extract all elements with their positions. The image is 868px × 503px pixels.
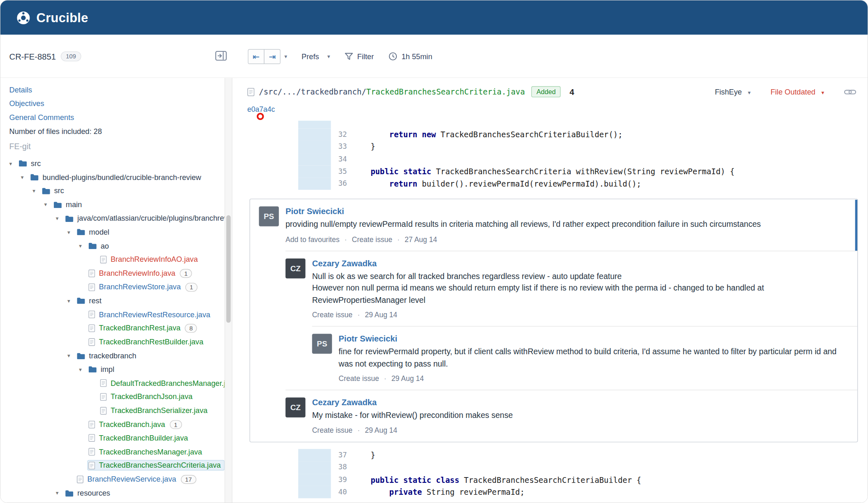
expand-caret-icon[interactable]: ▾: [67, 353, 76, 359]
click-indicator: [257, 113, 264, 120]
fisheye-dropdown[interactable]: FishEye ▾: [715, 88, 751, 96]
comment-body: Piotr Swiecickifine for reviewPermaId pr…: [338, 334, 848, 383]
comment-author[interactable]: Cezary Zawadka: [312, 398, 849, 407]
tree-file[interactable]: TrackedBranchRestBuilder.java: [9, 335, 225, 348]
expand-caret-icon[interactable]: ▾: [67, 229, 76, 235]
clock-icon: [388, 52, 397, 61]
avatar[interactable]: PS: [259, 207, 279, 227]
tree-item-label: model: [89, 228, 110, 236]
code-line: 38: [237, 461, 868, 474]
tree-folder[interactable]: ▾trackedbranch: [9, 349, 225, 362]
tree-row-body: BranchReviewStore.java1: [87, 281, 202, 293]
expand-caret-icon[interactable]: ▾: [32, 188, 41, 194]
tree-file[interactable]: BranchReviewService.java17: [9, 473, 225, 486]
tree-row-body: BranchReviewRestResource.java: [87, 309, 214, 320]
expand-caret-icon[interactable]: ▾: [56, 490, 64, 496]
file-nav-dropdown-caret-icon[interactable]: ▾: [284, 53, 287, 60]
sidebar-scrollbar[interactable]: [225, 78, 233, 503]
comment-action-link[interactable]: Create issue: [312, 426, 352, 434]
crucible-logo[interactable]: Crucible: [16, 10, 88, 25]
tree-folder[interactable]: ▾src: [9, 157, 225, 170]
folder-icon: [88, 366, 97, 373]
prefs-button[interactable]: Prefs ▾: [302, 52, 330, 60]
tree-file[interactable]: TrackedBranchesManager.java: [9, 445, 225, 459]
source-code: return builder().reviewPermaId(reviewPer…: [352, 178, 641, 190]
tree-file[interactable]: BranchReviewInfoAO.java: [9, 253, 225, 266]
time-spent-button[interactable]: 1h 55min: [388, 52, 432, 61]
line-number[interactable]: 39: [331, 474, 352, 486]
tree-file[interactable]: TrackedBranchRest.java8: [9, 321, 225, 335]
folder-icon: [65, 215, 74, 222]
tree-file[interactable]: TrackedBranchSerializer.java: [9, 404, 225, 417]
expand-caret-icon[interactable]: ▾: [44, 202, 52, 208]
expand-caret-icon[interactable]: ▾: [9, 160, 18, 166]
expand-caret-icon[interactable]: ▾: [21, 174, 29, 180]
tree-file[interactable]: BranchReviewInfo.java1: [9, 266, 225, 280]
tree-row-body: src: [41, 186, 68, 196]
expand-caret-icon[interactable]: ▾: [56, 215, 64, 222]
comment-action-link[interactable]: Add to favourites: [285, 235, 339, 243]
expand-caret-icon[interactable]: ▾: [79, 243, 87, 249]
tree-folder[interactable]: ▾resources: [9, 486, 225, 500]
comment-actions: Create issue·29 Aug 14: [338, 374, 848, 383]
sidebar-link-objectives[interactable]: Objectives: [9, 99, 225, 108]
line-number[interactable]: 36: [331, 178, 352, 190]
tree-folder[interactable]: ▾rest: [9, 294, 225, 307]
tree-file[interactable]: DefaultTrackedBranchesManager.java: [9, 376, 225, 390]
file-header: /src/.../trackedbranch/TrackedBranchesSe…: [237, 82, 868, 101]
tree-folder[interactable]: ▾java/com/atlassian/crucible/plugins/bra…: [9, 212, 225, 225]
tree-folder[interactable]: ▾main: [9, 198, 225, 211]
line-number[interactable]: 35: [331, 165, 352, 178]
next-file-button[interactable]: ⇥: [264, 49, 280, 64]
app-window: Crucible CR-FE-8851 109 ⇤ ⇥ ▾: [0, 0, 868, 503]
tree-file[interactable]: TrackedBranchBuilder.java: [9, 431, 225, 445]
comment-author[interactable]: Cezary Zawadka: [312, 258, 849, 268]
line-number[interactable]: 33: [331, 141, 352, 153]
line-number[interactable]: 38: [331, 461, 352, 474]
revision-link[interactable]: e0a7a4c: [247, 105, 275, 113]
tree-folder[interactable]: ▾impl: [9, 362, 225, 376]
file-outdated-dropdown[interactable]: File Outdated ▾: [771, 88, 824, 96]
sidebar-link-details[interactable]: Details: [9, 86, 225, 94]
avatar[interactable]: CZ: [285, 258, 306, 279]
comment-author[interactable]: Piotr Swiecicki: [338, 334, 848, 344]
tree-file[interactable]: TrackedBranch.java1: [9, 418, 225, 431]
tree-file[interactable]: BranchReviewStore.java1: [9, 280, 225, 294]
expand-caret-icon[interactable]: ▾: [67, 298, 76, 304]
sidebar-link-general-comments[interactable]: General Comments: [9, 113, 225, 122]
scrollbar-thumb[interactable]: [226, 215, 231, 323]
filter-button[interactable]: Filter: [345, 52, 374, 60]
tree-file[interactable]: BranchReviewRestResource.java: [9, 308, 225, 321]
file-icon: [100, 256, 107, 263]
tree-file[interactable]: TrackedBranchJson.java: [9, 390, 225, 404]
comment-action-link[interactable]: Create issue: [312, 311, 352, 319]
tree-folder[interactable]: ▾ao: [9, 239, 225, 253]
file-icon: [88, 324, 95, 332]
tree-folder[interactable]: ▾bundled-plugins/bundled/crucible-branch…: [9, 170, 225, 184]
expand-caret-icon[interactable]: ▾: [79, 367, 87, 373]
avatar[interactable]: CZ: [285, 398, 306, 418]
code-line: 36 return builder().reviewPermaId(review…: [237, 178, 868, 190]
comment-action-link[interactable]: Create issue: [352, 235, 392, 243]
permalink-icon[interactable]: [844, 88, 856, 96]
line-number[interactable]: 40: [331, 486, 352, 498]
prev-file-button[interactable]: ⇤: [248, 49, 264, 64]
gutter: [237, 165, 298, 178]
comment: CZCezary ZawadkaMy mistake - for withRev…: [250, 390, 857, 442]
line-number[interactable]: 32: [331, 128, 352, 141]
tree-file[interactable]: TrackedBranchesSearchCriteria.java: [9, 459, 225, 472]
file-icon: [88, 434, 95, 442]
fisheye-caret-icon: ▾: [748, 89, 751, 95]
gutter: [237, 128, 298, 141]
comment-author[interactable]: Piotr Swiecicki: [285, 207, 848, 216]
avatar[interactable]: PS: [312, 334, 332, 354]
line-number[interactable]: 34: [331, 153, 352, 165]
collapse-sidebar-icon[interactable]: [215, 51, 227, 62]
tree-folder[interactable]: ▾model: [9, 225, 225, 239]
comment-body: Cezary ZawadkaNull is ok as we search fo…: [312, 258, 849, 319]
line-number[interactable]: 37: [331, 449, 352, 461]
comment-action-link[interactable]: Create issue: [338, 374, 379, 383]
folder-icon: [77, 298, 85, 304]
tree-folder[interactable]: ▾src: [9, 184, 225, 198]
file-icon: [100, 379, 107, 387]
